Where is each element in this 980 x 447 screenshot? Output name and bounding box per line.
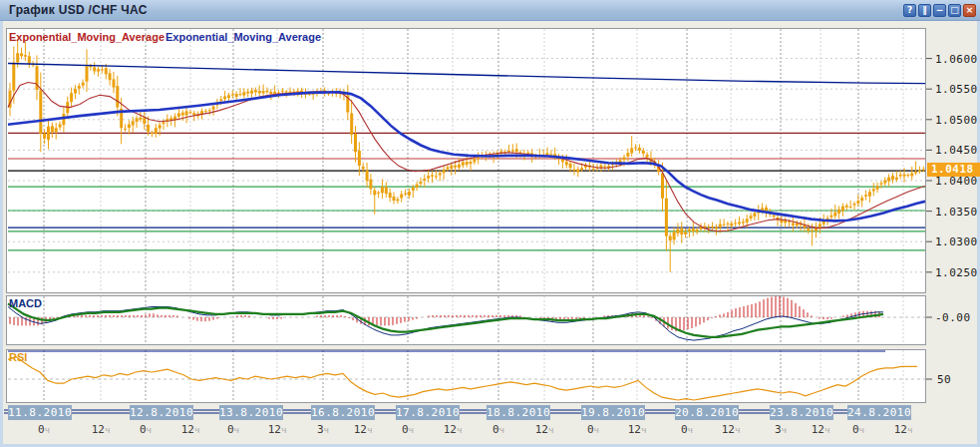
rsi-50-label: 50 <box>937 373 951 386</box>
time-tick-label: 3ч <box>306 423 340 436</box>
time-tick-label: 3ч <box>764 423 798 436</box>
date-badge: 13.8.2010 <box>219 405 283 420</box>
main-chart-panel[interactable] <box>6 28 926 293</box>
ema-blue-label: Exponential_Moving_Average <box>165 31 321 43</box>
date-badge: 17.8.2010 <box>396 405 460 420</box>
time-tick-label: 12ч <box>714 423 748 436</box>
time-tick-hour: 0 <box>402 423 409 436</box>
time-tick-unit: ч <box>859 425 864 435</box>
window-title: График USD /CHF ЧАС <box>9 3 148 17</box>
date-badge: 12.8.2010 <box>130 405 193 420</box>
price-axis-label: 1.0550 <box>935 83 978 96</box>
time-tick-hour: 3 <box>317 423 324 436</box>
time-tick-unit: ч <box>409 425 414 435</box>
time-tick-unit: ч <box>281 425 286 435</box>
time-tick-hour: 12 <box>628 423 641 436</box>
time-tick-unit: ч <box>324 425 329 435</box>
rsi-panel[interactable] <box>6 349 926 403</box>
time-tick-hour: 0 <box>38 423 45 436</box>
macd-zero-label: -0.00 <box>935 311 971 324</box>
time-tick-hour: 12 <box>354 423 367 436</box>
time-tick-hour: 12 <box>181 423 194 436</box>
time-tick-label: 12ч <box>260 423 294 436</box>
time-tick-label: 0ч <box>670 423 704 436</box>
price-axis-label: 1.0400 <box>935 175 978 188</box>
price-axis-label: 1.0250 <box>935 266 978 279</box>
time-tick-hour: 0 <box>587 423 594 436</box>
time-tick-hour: 3 <box>775 423 782 436</box>
time-tick-hour: 0 <box>681 423 688 436</box>
time-tick-hour: 0 <box>140 423 147 436</box>
help-button[interactable]: ? <box>903 4 916 17</box>
price-axis-label: 1.0450 <box>935 144 978 157</box>
time-tick-unit: ч <box>594 425 599 435</box>
date-badge: 23.8.2010 <box>770 405 833 420</box>
time-tick-hour: 12 <box>268 423 281 436</box>
time-tick-label: 0ч <box>482 423 515 436</box>
time-tick-unit: ч <box>907 425 912 435</box>
ema-red-label: Exponential_Moving_Average <box>9 31 164 43</box>
price-axis-label: 1.0350 <box>935 206 978 219</box>
time-tick-label: 0ч <box>576 423 610 436</box>
time-tick-hour: 12 <box>722 423 735 436</box>
time-tick-hour: 12 <box>444 423 457 436</box>
time-tick-unit: ч <box>194 425 199 435</box>
macd-label: MACD <box>9 297 42 309</box>
time-tick-label: 0ч <box>129 423 163 436</box>
time-tick-label: 12ч <box>804 423 837 436</box>
date-badge: 19.8.2010 <box>581 405 645 420</box>
time-tick-hour: 0 <box>227 423 234 436</box>
time-tick-unit: ч <box>45 425 50 435</box>
time-tick-label: 12ч <box>346 423 380 436</box>
time-tick-hour: 12 <box>812 423 824 436</box>
time-tick-label: 0ч <box>27 423 61 436</box>
title-bar: График USD /CHF ЧАС ? ‖ − □ × <box>0 0 980 21</box>
time-tick-label: 0ч <box>391 423 425 436</box>
time-tick-hour: 0 <box>852 423 859 436</box>
time-tick-label: 12ч <box>173 423 207 436</box>
price-axis-label: 1.0500 <box>935 114 978 127</box>
time-tick-hour: 12 <box>894 423 907 436</box>
time-tick-label: 12ч <box>620 423 654 436</box>
date-badge: 18.8.2010 <box>487 405 550 420</box>
time-tick-unit: ч <box>457 425 462 435</box>
time-tick-unit: ч <box>782 425 787 435</box>
time-tick-label: 12ч <box>436 423 470 436</box>
time-tick-unit: ч <box>367 425 372 435</box>
time-tick-label: 0ч <box>841 423 875 436</box>
date-badge: 11.8.2010 <box>8 405 72 420</box>
price-axis-label: 1.0300 <box>935 235 978 248</box>
time-tick-unit: ч <box>735 425 740 435</box>
maximize-button[interactable]: □ <box>948 4 961 17</box>
time-tick-hour: 0 <box>492 423 499 436</box>
date-badge: 16.8.2010 <box>311 405 375 420</box>
minimize-button[interactable]: − <box>933 4 946 17</box>
date-badge: 20.8.2010 <box>675 405 739 420</box>
time-tick-unit: ч <box>548 425 553 435</box>
time-tick-unit: ч <box>147 425 152 435</box>
date-badge: 24.8.2010 <box>847 405 911 420</box>
close-button[interactable]: × <box>963 4 976 17</box>
time-tick-unit: ч <box>824 425 829 435</box>
time-tick-unit: ч <box>499 425 504 435</box>
time-tick-hour: 12 <box>92 423 105 436</box>
time-tick-unit: ч <box>688 425 693 435</box>
time-tick-hour: 12 <box>535 423 548 436</box>
time-tick-label: 0ч <box>216 423 250 436</box>
rsi-label: RSI <box>9 351 27 363</box>
time-tick-label: 12ч <box>84 423 118 436</box>
pause-button[interactable]: ‖ <box>918 4 931 17</box>
time-tick-unit: ч <box>105 425 110 435</box>
time-tick-label: 12ч <box>527 423 561 436</box>
macd-panel[interactable] <box>6 295 926 345</box>
time-tick-label: 12ч <box>886 423 920 436</box>
time-tick-unit: ч <box>234 425 239 435</box>
time-tick-unit: ч <box>641 425 646 435</box>
price-axis-label: 1.0600 <box>935 53 978 66</box>
